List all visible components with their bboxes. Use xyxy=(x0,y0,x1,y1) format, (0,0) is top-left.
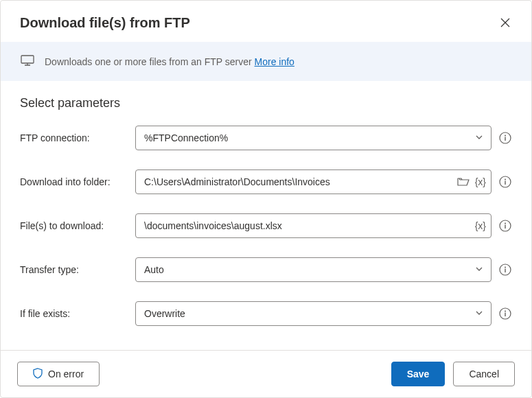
shield-icon xyxy=(33,368,43,381)
label-download-folder: Download into folder: xyxy=(20,176,128,187)
save-button[interactable]: Save xyxy=(391,362,446,386)
svg-rect-9 xyxy=(505,225,505,229)
folder-browse-icon[interactable] xyxy=(457,176,470,187)
dialog-header: Download file(s) from FTP xyxy=(1,1,531,42)
info-banner: Downloads one or more files from an FTP … xyxy=(1,42,531,81)
dialog-footer: On error Save Cancel xyxy=(1,350,531,397)
svg-point-2 xyxy=(505,135,506,137)
more-info-link[interactable]: More info xyxy=(255,56,294,67)
files-to-download-input[interactable] xyxy=(135,213,491,238)
on-error-button[interactable]: On error xyxy=(17,362,100,386)
svg-rect-3 xyxy=(505,137,505,141)
svg-point-8 xyxy=(505,223,506,224)
on-error-label: On error xyxy=(48,368,84,379)
dialog-title: Download file(s) from FTP xyxy=(20,15,190,31)
close-icon xyxy=(500,18,510,27)
ftp-connection-select[interactable]: %FTPConnection% xyxy=(135,126,491,150)
help-icon-transfer-type[interactable] xyxy=(498,263,512,277)
help-icon-files-to-download[interactable] xyxy=(498,219,512,233)
transfer-type-select[interactable]: Auto xyxy=(135,257,491,282)
banner-description: Downloads one or more files from an FTP … xyxy=(45,56,255,67)
svg-point-11 xyxy=(505,267,506,268)
ftp-download-dialog: Download file(s) from FTP Downloads one … xyxy=(0,0,532,398)
row-transfer-type: Transfer type: Auto xyxy=(20,257,512,282)
transfer-type-value: Auto xyxy=(144,264,164,275)
label-ftp-connection: FTP connection: xyxy=(20,132,128,143)
svg-rect-15 xyxy=(505,313,505,317)
svg-rect-0 xyxy=(21,56,34,63)
if-file-exists-select[interactable]: Overwrite xyxy=(135,301,491,326)
if-file-exists-value: Overwrite xyxy=(144,308,185,319)
dialog-content: Select parameters FTP connection: %FTPCo… xyxy=(1,81,531,350)
help-icon-download-folder[interactable] xyxy=(498,175,512,189)
row-download-folder: Download into folder: {x} xyxy=(20,169,512,194)
help-icon-if-file-exists[interactable] xyxy=(498,307,512,320)
label-if-file-exists: If file exists: xyxy=(20,308,128,319)
label-transfer-type: Transfer type: xyxy=(20,264,128,275)
section-title: Select parameters xyxy=(20,96,512,110)
svg-point-14 xyxy=(505,311,506,312)
info-banner-text: Downloads one or more files from an FTP … xyxy=(45,56,294,67)
svg-rect-12 xyxy=(505,269,505,273)
monitor-icon xyxy=(20,53,35,70)
label-files-to-download: File(s) to download: xyxy=(20,220,128,231)
row-ftp-connection: FTP connection: %FTPConnection% xyxy=(20,126,512,150)
variable-picker-icon[interactable]: {x} xyxy=(475,220,486,231)
close-button[interactable] xyxy=(496,13,515,32)
row-files-to-download: File(s) to download: {x} xyxy=(20,213,512,238)
variable-picker-icon[interactable]: {x} xyxy=(475,176,486,187)
help-icon-ftp-connection[interactable] xyxy=(498,131,512,145)
ftp-connection-value: %FTPConnection% xyxy=(144,132,228,143)
svg-rect-6 xyxy=(505,181,505,185)
row-if-file-exists: If file exists: Overwrite xyxy=(20,301,512,326)
download-folder-input[interactable] xyxy=(135,169,491,194)
cancel-button[interactable]: Cancel xyxy=(453,362,515,386)
svg-point-5 xyxy=(505,179,506,180)
